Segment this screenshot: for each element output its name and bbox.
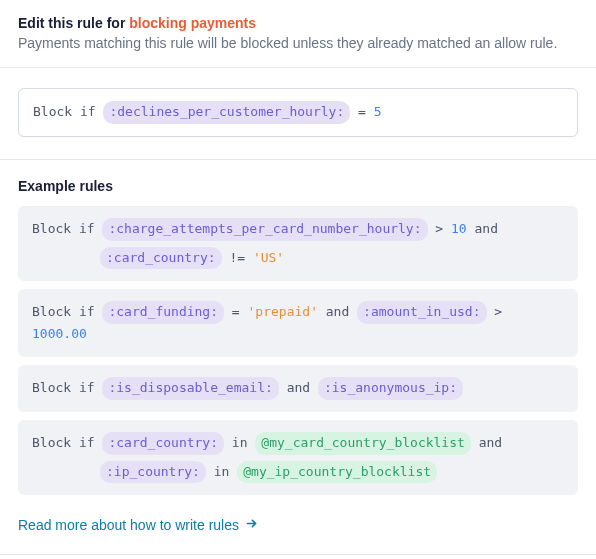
examples-title: Example rules (18, 178, 578, 194)
token-str: 'prepaid' (248, 304, 318, 319)
token-attr: :is_anonymous_ip: (318, 377, 463, 400)
example-code-line: Block if :card_country: in @my_card_coun… (32, 432, 564, 455)
token-attr: :card_country: (102, 432, 224, 455)
token-attr: :card_funding: (102, 301, 224, 324)
rule-operator: = (358, 104, 374, 119)
title-accent: blocking payments (129, 15, 256, 31)
token-op: > (487, 304, 503, 319)
example-code-line: Block if :is_disposable_email: and :is_a… (32, 377, 564, 400)
token-attr: :card_country: (100, 247, 222, 270)
example-code-line: :ip_country: in @my_ip_country_blocklist (32, 461, 564, 484)
example-rule: Block if :is_disposable_email: and :is_a… (18, 365, 578, 412)
keyword-block-if: Block if (33, 104, 96, 119)
token-str: 'US' (253, 250, 284, 265)
header: Edit this rule for blocking payments Pay… (0, 0, 596, 68)
read-more-link[interactable]: Read more about how to write rules (18, 517, 258, 533)
rule-editor[interactable]: Block if :declines_per_customer_hourly: … (18, 88, 578, 137)
example-rule: Block if :charge_attempts_per_card_numbe… (18, 206, 578, 282)
arrow-right-icon (245, 517, 258, 533)
token-num: 10 (451, 221, 467, 236)
example-code-line: :card_country: != 'US' (32, 247, 564, 270)
token-attr: :ip_country: (100, 461, 206, 484)
token-op: != (222, 250, 253, 265)
footer: Cancel Test rule (0, 554, 596, 559)
token-attr: :charge_attempts_per_card_number_hourly: (102, 218, 427, 241)
token-kw: Block if (32, 380, 102, 395)
rule-attribute: :declines_per_customer_hourly: (103, 101, 350, 124)
example-rule: Block if :card_country: in @my_card_coun… (18, 420, 578, 496)
token-num: 1000.00 (32, 326, 87, 341)
token-kw: Block if (32, 221, 102, 236)
token-attr: :is_disposable_email: (102, 377, 278, 400)
example-rule: Block if :card_funding: = 'prepaid' and … (18, 289, 578, 357)
token-op: = (224, 304, 247, 319)
token-op: > (428, 221, 451, 236)
rule-code: Block if :declines_per_customer_hourly: … (33, 101, 563, 124)
token-attr: :amount_in_usd: (357, 301, 486, 324)
token-list: @my_ip_country_blocklist (237, 461, 437, 484)
page-subtitle: Payments matching this rule will be bloc… (18, 35, 578, 51)
token-kw: Block if (32, 435, 102, 450)
rule-editor-section: Block if :declines_per_customer_hourly: … (0, 68, 596, 160)
token-kw: in (206, 464, 237, 479)
title-prefix: Edit this rule for (18, 15, 129, 31)
example-code-line: Block if :charge_attempts_per_card_numbe… (32, 218, 564, 241)
examples-section: Example rules Block if :charge_attempts_… (0, 160, 596, 555)
token-kw: and (279, 380, 318, 395)
rule-value: 5 (374, 104, 382, 119)
token-kw: Block if (32, 304, 102, 319)
token-kw: and (471, 435, 502, 450)
example-code-line: Block if :card_funding: = 'prepaid' and … (32, 301, 564, 345)
token-kw: in (224, 435, 255, 450)
token-list: @my_card_country_blocklist (255, 432, 471, 455)
token-kw: and (318, 304, 357, 319)
page-title: Edit this rule for blocking payments (18, 15, 578, 31)
token-kw: and (467, 221, 498, 236)
read-more-label: Read more about how to write rules (18, 517, 239, 533)
